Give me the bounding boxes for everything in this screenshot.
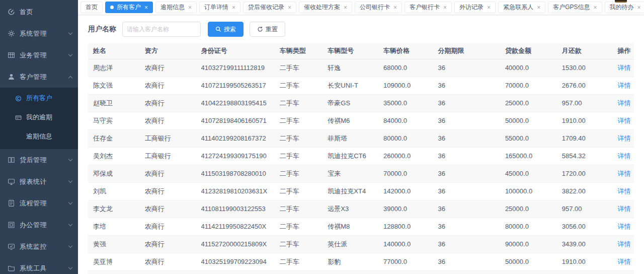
cell-vehicle_type: 二手车: [280, 218, 328, 235]
close-icon[interactable]: ×: [443, 5, 447, 11]
detail-link[interactable]: 详情: [617, 258, 630, 265]
sidebar-item-office[interactable]: 办公管理: [0, 214, 78, 236]
cell-name: 赵晓卫: [88, 94, 145, 112]
sidebar-item-home[interactable]: 首页: [0, 1, 78, 23]
tab-客户银行卡[interactable]: 客户银行卡×: [405, 2, 452, 13]
cell-term: 36: [438, 147, 505, 165]
customer-name-input[interactable]: [122, 22, 201, 37]
tab-label: 我的待办: [610, 3, 634, 12]
cell-actions: 详情: [617, 165, 634, 182]
sidebar-item-customers[interactable]: 客户管理: [0, 66, 78, 88]
close-icon[interactable]: ×: [144, 5, 148, 11]
table-body: 周志洋农商行410327199111112819二手车轩逸68000.03640…: [88, 59, 634, 274]
sidebar-subitem-my-overdue[interactable]: 我的逾期: [0, 108, 78, 127]
blank-icon: [15, 133, 22, 140]
sidebar-subitem-all-customers[interactable]: 所有客户: [0, 89, 78, 108]
detail-link[interactable]: 详情: [617, 170, 630, 177]
cell-term: 36: [438, 129, 505, 147]
cell-funder: 农商行: [145, 200, 201, 218]
tab-首页[interactable]: 首页: [80, 2, 103, 13]
cell-actions: [617, 270, 634, 274]
avatar-image[interactable]: [615, 0, 627, 3]
gear-icon: [8, 30, 15, 37]
detail-link[interactable]: 详情: [617, 240, 630, 248]
cell-vehicle_model: 宝来: [328, 165, 383, 182]
sidebar-item-label: 业务管理: [20, 51, 69, 60]
cell-loan_amount: 70000.0: [505, 77, 562, 94]
tab-我的待办[interactable]: 我的待办×: [605, 2, 644, 13]
book-icon: [8, 156, 15, 164]
tab-外访记录[interactable]: 外访记录×: [454, 2, 496, 13]
close-icon[interactable]: ×: [487, 5, 491, 11]
cell-funder: 农商行: [145, 218, 201, 235]
close-icon[interactable]: ×: [288, 5, 291, 11]
app-root: 首页系统管理业务管理客户管理所有客户我的逾期逾期信息贷后管理报表统计流程管理办公…: [0, 0, 644, 274]
cell-actions: 详情: [617, 253, 634, 270]
close-icon[interactable]: ×: [637, 5, 641, 11]
detail-link[interactable]: 详情: [617, 99, 630, 107]
cell-name: 周志洋: [88, 59, 145, 77]
sidebar-subitem-overdue-info[interactable]: 逾期信息: [0, 127, 78, 146]
cell-term: 36: [438, 59, 505, 77]
search-button[interactable]: 搜索: [208, 22, 244, 37]
cell-id_number: 410728198406160571: [201, 112, 280, 129]
sidebar-item-process[interactable]: 流程管理: [0, 192, 78, 214]
cell-vehicle_price: 39000.0: [383, 200, 438, 218]
tab-公司银行卡[interactable]: 公司银行卡×: [355, 2, 402, 13]
cell-name: [88, 270, 145, 274]
cell-funder: 农商行: [145, 94, 201, 112]
tab-逾期信息[interactable]: 逾期信息×: [155, 2, 197, 13]
cell-funder: 工商银行: [145, 147, 201, 165]
sidebar-item-reports[interactable]: 报表统计: [0, 171, 78, 192]
sidebar-item-label: 系统工具: [20, 264, 69, 273]
sidebar-item-tools[interactable]: 系统工具: [0, 257, 78, 274]
sidebar-item-business[interactable]: 业务管理: [0, 44, 78, 66]
sidebar-item-system[interactable]: 系统管理: [0, 23, 78, 44]
cell-vehicle_price: [383, 270, 438, 274]
sidebar-item-monitoring[interactable]: 系统监控: [0, 236, 78, 257]
cell-name: 刘凯: [88, 182, 145, 200]
cell-actions: 详情: [617, 112, 634, 129]
sidebar-item-label: 系统管理: [20, 29, 69, 38]
grid-icon: [8, 51, 15, 59]
detail-link[interactable]: 详情: [617, 223, 630, 230]
cell-funder: 农商行: [145, 59, 201, 77]
tab-label: 订单详情: [204, 3, 228, 12]
cell-loan_amount: 55000.0: [505, 129, 562, 147]
cell-id_number: 410327199111112819: [201, 59, 280, 77]
tab-客户GPS信息[interactable]: 客户GPS信息×: [548, 2, 602, 13]
close-icon[interactable]: ×: [188, 5, 192, 11]
reset-button[interactable]: 重置: [250, 22, 285, 37]
detail-link[interactable]: 详情: [617, 205, 630, 213]
tab-紧急联系人[interactable]: 紧急联系人×: [498, 2, 545, 13]
tab-订单详情[interactable]: 订单详情×: [199, 2, 240, 13]
cell-vehicle_model: 菲斯塔: [328, 129, 383, 147]
cell-monthly_payment: [562, 270, 618, 274]
detail-link[interactable]: 详情: [617, 187, 630, 195]
tab-所有客户[interactable]: 所有客户×: [105, 2, 153, 13]
cell-vehicle_type: 二手车: [280, 147, 328, 165]
cell-loan_amount: 25000.0: [505, 200, 562, 218]
tab-催收处理方案[interactable]: 催收处理方案×: [299, 2, 352, 13]
close-icon[interactable]: ×: [593, 5, 597, 11]
cell-term: 36: [438, 94, 505, 112]
close-icon[interactable]: ×: [393, 5, 397, 11]
customer-table: 姓名资方身份证号车辆类型车辆型号车辆价格分期期限贷款金额月还款操作 周志洋农商行…: [88, 43, 634, 274]
cell-funder: 工商银行: [145, 129, 201, 147]
cell-monthly_payment: 957.00: [562, 200, 618, 218]
sidebar: 首页系统管理业务管理客户管理所有客户我的逾期逾期信息贷后管理报表统计流程管理办公…: [0, 0, 78, 274]
close-icon[interactable]: ×: [344, 5, 347, 11]
detail-link[interactable]: 详情: [617, 117, 630, 124]
cell-vehicle_type: 二手车: [280, 59, 328, 77]
table-row: 李培农商行41142119950822450X二手车传祺M8128800.036…: [88, 218, 634, 235]
cell-loan_amount: [505, 270, 562, 274]
close-icon[interactable]: ×: [537, 5, 540, 11]
detail-link[interactable]: 详情: [617, 64, 630, 72]
cell-monthly_payment: 3822.00: [562, 182, 618, 200]
detail-link[interactable]: 详情: [617, 82, 630, 89]
detail-link[interactable]: 详情: [617, 152, 630, 160]
detail-link[interactable]: 详情: [617, 134, 630, 142]
close-icon[interactable]: ×: [232, 5, 235, 11]
sidebar-item-post-loan[interactable]: 贷后管理: [0, 149, 78, 171]
tab-贷后催收记录[interactable]: 贷后催收记录×: [243, 2, 296, 13]
